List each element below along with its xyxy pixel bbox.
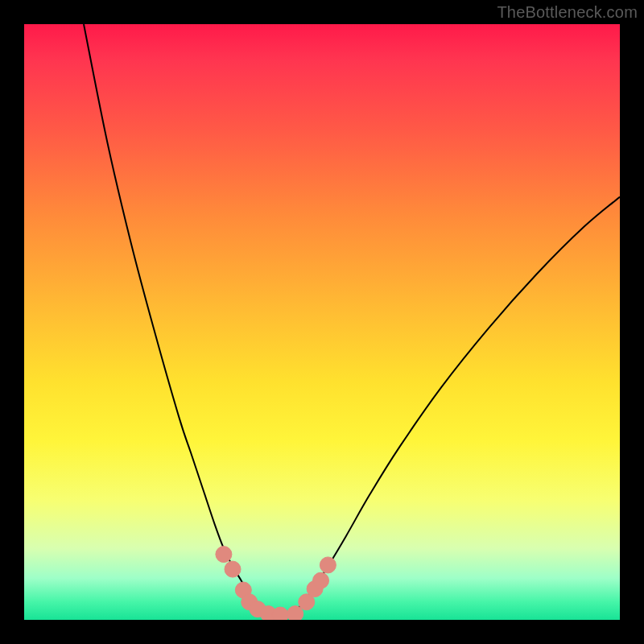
curve-right-branch xyxy=(283,197,620,615)
bottleneck-curve xyxy=(24,24,620,620)
chart-frame: TheBottleneck.com xyxy=(0,0,644,644)
curve-left-branch xyxy=(84,24,283,615)
plot-area xyxy=(24,24,620,620)
data-marker xyxy=(320,557,336,573)
data-marker xyxy=(216,547,232,563)
data-marker xyxy=(272,607,288,620)
data-marker xyxy=(225,561,241,577)
watermark-text: TheBottleneck.com xyxy=(497,3,638,22)
data-marker xyxy=(313,572,329,588)
